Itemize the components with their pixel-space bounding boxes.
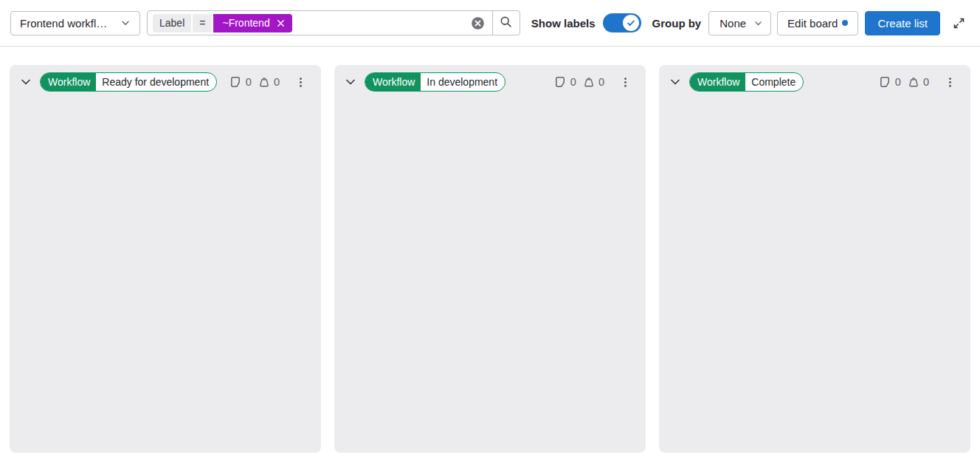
list-counts: 0 0 <box>880 76 929 88</box>
search-button[interactable] <box>492 11 520 35</box>
board-switcher-dropdown[interactable]: Frontend workfl… <box>10 11 140 35</box>
issue-count: 0 <box>880 76 901 88</box>
filter-token-value-label: ~Frontend <box>222 17 269 29</box>
issues-icon <box>880 76 891 88</box>
weight-count: 0 <box>908 76 929 88</box>
collapse-list-icon[interactable] <box>340 72 361 92</box>
list-header: Workflow Ready for development 0 0 <box>10 65 321 95</box>
filter-token-value[interactable]: ~Frontend <box>213 14 291 32</box>
list-body <box>334 95 646 453</box>
label-scope: Workflow <box>690 73 745 91</box>
clear-search-icon[interactable] <box>463 16 492 30</box>
board-toolbar: Frontend workfl… Label = ~Frontend Show … <box>0 0 980 47</box>
list-counts: 0 0 <box>555 76 604 88</box>
group-by-value: None <box>720 17 746 30</box>
label-value: In development <box>421 76 505 88</box>
list-header: Workflow In development 0 0 <box>334 65 646 95</box>
filter-token-key[interactable]: Label <box>153 14 191 32</box>
weight-count-value: 0 <box>598 76 604 88</box>
group-by-dropdown[interactable]: None <box>708 11 771 35</box>
issue-count-value: 0 <box>895 76 901 88</box>
issue-count-value: 0 <box>570 76 576 88</box>
weight-icon <box>908 76 919 88</box>
show-labels-toggle[interactable] <box>603 13 641 32</box>
collapse-list-icon[interactable] <box>15 72 36 92</box>
issues-icon <box>230 76 242 88</box>
weight-count: 0 <box>258 76 280 88</box>
issue-count: 0 <box>230 76 252 88</box>
list-settings-icon[interactable] <box>290 72 311 92</box>
board-list-ready-for-development: Workflow Ready for development 0 0 <box>10 65 321 453</box>
issue-board: Workflow Ready for development 0 0 <box>0 47 980 453</box>
board-list-complete: Workflow Complete 0 0 <box>659 65 970 453</box>
group-by-label: Group by <box>652 17 702 30</box>
weight-count-value: 0 <box>923 76 929 88</box>
board-list-in-development: Workflow In development 0 0 <box>334 65 646 453</box>
edit-board-button[interactable]: Edit board <box>777 11 858 35</box>
edit-board-label: Edit board <box>787 17 838 30</box>
filtered-search-bar[interactable]: Label = ~Frontend <box>147 10 520 35</box>
list-settings-icon[interactable] <box>615 72 635 92</box>
list-body <box>10 95 321 453</box>
board-switcher-label: Frontend workfl… <box>20 17 107 30</box>
list-body <box>659 95 970 453</box>
chevron-down-icon <box>120 18 131 28</box>
list-header: Workflow Complete 0 0 <box>659 65 970 95</box>
weight-count-value: 0 <box>274 76 280 88</box>
filter-token-operator[interactable]: = <box>193 14 212 32</box>
issue-count-value: 0 <box>246 76 252 88</box>
list-settings-icon[interactable] <box>939 72 960 92</box>
toggle-check-icon <box>623 15 639 31</box>
issue-count: 0 <box>555 76 576 88</box>
fullscreen-toggle-icon[interactable] <box>950 14 968 32</box>
notification-dot <box>842 20 848 26</box>
list-counts: 0 0 <box>230 76 280 88</box>
label-scope: Workflow <box>365 73 421 91</box>
weight-icon <box>583 76 595 88</box>
list-label-badge[interactable]: Workflow In development <box>365 72 505 92</box>
collapse-list-icon[interactable] <box>665 72 686 92</box>
remove-token-icon[interactable] <box>276 18 286 28</box>
show-labels-label: Show labels <box>531 17 596 30</box>
create-list-button[interactable]: Create list <box>865 11 940 35</box>
search-icon <box>500 16 512 30</box>
issues-icon <box>555 76 567 88</box>
list-label-badge[interactable]: Workflow Complete <box>689 72 804 92</box>
label-value: Complete <box>745 76 803 88</box>
list-label-badge[interactable]: Workflow Ready for development <box>40 72 217 92</box>
label-value: Ready for development <box>96 76 216 88</box>
weight-icon <box>258 76 270 88</box>
weight-count: 0 <box>583 76 604 88</box>
label-scope: Workflow <box>41 73 96 91</box>
filter-token[interactable]: Label = ~Frontend <box>153 14 292 32</box>
chevron-down-icon <box>753 18 763 28</box>
